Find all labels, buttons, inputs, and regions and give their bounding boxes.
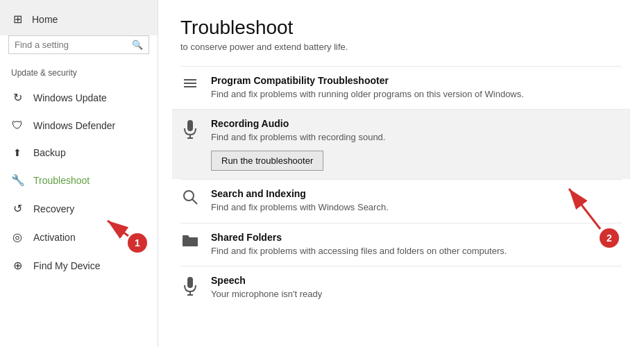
search-indexing-icon xyxy=(180,188,200,208)
sidebar-item-windows-update[interactable]: ↻ Windows Update xyxy=(0,83,158,112)
item-title: Search and Indexing xyxy=(211,188,622,199)
item-content-shared-folders: Shared Folders Find and fix problems wit… xyxy=(211,232,622,257)
item-content-search-indexing: Search and Indexing Find and fix problem… xyxy=(211,188,622,214)
troubleshoot-item-speech: Speech Your microphone isn't ready xyxy=(180,266,622,309)
sidebar-item-label: Activation xyxy=(33,232,76,243)
sidebar-item-label: Recovery xyxy=(33,203,74,214)
sidebar-item-backup[interactable]: ⬆ Backup xyxy=(0,139,158,166)
item-desc: Find and fix problems with accessing fil… xyxy=(211,245,622,257)
svg-point-6 xyxy=(184,191,194,201)
sidebar-item-label: Backup xyxy=(33,147,66,158)
svg-rect-9 xyxy=(187,277,193,288)
sidebar-search-box[interactable]: 🔍 xyxy=(8,35,149,54)
troubleshoot-icon: 🔧 xyxy=(11,174,24,187)
run-troubleshooter-button[interactable]: Run the troubleshooter xyxy=(211,151,323,171)
item-title: Shared Folders xyxy=(211,232,622,243)
svg-line-7 xyxy=(192,199,197,204)
item-content-program-compat: Program Compatibility Troubleshooter Fin… xyxy=(211,75,622,101)
item-title: Speech xyxy=(211,275,622,286)
update-icon: ↻ xyxy=(11,91,24,104)
sidebar-item-label: Troubleshoot xyxy=(33,175,90,186)
sidebar-item-label: Find My Device xyxy=(33,260,100,271)
search-input[interactable] xyxy=(15,40,132,50)
sidebar-home-label: Home xyxy=(32,14,58,25)
search-icon: 🔍 xyxy=(132,40,143,50)
sidebar-item-label: Windows Update xyxy=(33,92,107,103)
sidebar-item-troubleshoot[interactable]: 🔧 Troubleshoot xyxy=(0,166,158,194)
troubleshoot-item-program-compatibility: Program Compatibility Troubleshooter Fin… xyxy=(180,66,622,109)
sidebar-item-label: Windows Defender xyxy=(33,120,115,131)
svg-rect-2 xyxy=(184,86,196,87)
svg-rect-1 xyxy=(184,83,196,84)
speech-icon xyxy=(180,275,200,299)
troubleshoot-item-shared-folders: Shared Folders Find and fix problems wit… xyxy=(180,223,622,266)
sidebar-item-home[interactable]: ⊞ Home xyxy=(0,0,158,35)
find-device-icon: ⊕ xyxy=(11,259,24,272)
troubleshoot-item-search-indexing: Search and Indexing Find and fix problem… xyxy=(180,179,622,222)
sidebar-section-label: Update & security xyxy=(0,65,158,83)
troubleshoot-item-recording-audio: Recording Audio Find and fix problems wi… xyxy=(172,109,630,179)
sidebar-item-find-my-device[interactable]: ⊕ Find My Device xyxy=(0,251,158,280)
recording-audio-icon xyxy=(180,118,200,142)
page-title: Troubleshoot xyxy=(180,17,622,39)
svg-rect-0 xyxy=(184,79,196,81)
sidebar-item-recovery[interactable]: ↺ Recovery xyxy=(0,194,158,223)
shared-folders-icon xyxy=(180,232,200,251)
activation-icon: ◎ xyxy=(11,230,24,244)
item-desc: Find and fix problems with Windows Searc… xyxy=(211,201,622,214)
defender-icon: 🛡 xyxy=(11,119,24,132)
item-title: Program Compatibility Troubleshooter xyxy=(211,75,622,86)
sidebar-item-activation[interactable]: ◎ Activation xyxy=(0,223,158,251)
item-desc: Find and fix problems with running older… xyxy=(211,88,622,101)
page-subtitle: to conserve power and extend battery lif… xyxy=(180,42,622,52)
program-compat-icon xyxy=(180,75,200,96)
main-content: Troubleshoot to conserve power and exten… xyxy=(158,0,644,347)
home-icon: ⊞ xyxy=(11,12,24,26)
sidebar: ⊞ Home 🔍 Update & security ↻ Windows Upd… xyxy=(0,0,158,347)
item-content-speech: Speech Your microphone isn't ready xyxy=(211,275,622,301)
sidebar-item-windows-defender[interactable]: 🛡 Windows Defender xyxy=(0,112,158,139)
item-title: Recording Audio xyxy=(211,118,622,129)
svg-rect-3 xyxy=(187,120,193,131)
item-desc: Find and fix problems with recording sou… xyxy=(211,131,622,144)
item-desc: Your microphone isn't ready xyxy=(211,288,622,301)
recovery-icon: ↺ xyxy=(11,202,24,215)
svg-rect-8 xyxy=(183,237,198,246)
backup-icon: ⬆ xyxy=(11,147,24,158)
item-content-recording-audio: Recording Audio Find and fix problems wi… xyxy=(211,118,622,171)
